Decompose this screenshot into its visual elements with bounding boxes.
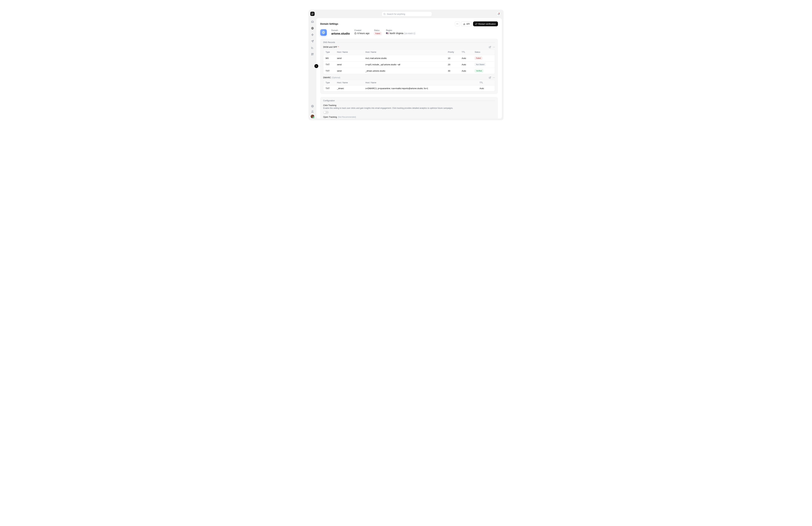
refresh-icon [475,23,477,25]
globe-icon [322,31,325,34]
nav-domains[interactable] [310,26,315,31]
dkim-open-button[interactable] [489,46,491,48]
page-title: Domain Settings [320,23,338,25]
dmarc-table: Type Host / Name Host / Name TTL TXT_dma… [323,80,495,91]
region-value: North Virginia (us-east-1) [386,32,415,34]
dots-icon [456,23,459,25]
table-row: TXTsend_dmarc.artone.studio30AutoVerifie… [323,68,495,74]
status-badge: Not Stated [475,63,486,66]
click-tracking-toggle[interactable] [323,111,329,114]
dns-section-title: DNS Records [323,41,335,44]
external-link-icon [489,46,491,48]
svg-rect-1 [311,53,312,54]
dmarc-more-button[interactable] [493,76,495,79]
app-frame: art one Domain Settings [308,10,504,120]
search-icon [383,13,386,15]
status-badge: Failed [374,32,381,35]
table-header: Type Host / Name Host / Name Priority TT… [323,49,495,55]
workspace-label: art one [311,111,314,113]
main: Domain Settings API Restart verification [316,10,504,120]
page-header: Domain Settings API Restart verification [320,21,498,26]
open-tracking-title: Open Tracking (Not Recommended) [323,116,495,118]
domain-avatar [320,29,327,36]
dns-section: DNS Records DKIM and SPF* Type Host / Na… [320,39,498,94]
content: Domain Settings API Restart verification [316,18,502,118]
region-label: Region [386,29,415,31]
status-badge: Verified [475,69,483,72]
dots-icon [493,76,495,79]
table-row: MXsendmx1.mail.artone.studio10AutoFailed [323,55,495,61]
dkim-table: Type Host / Name Host / Name Priority TT… [323,49,495,74]
dkim-title: DKIM and SPF* [323,46,339,48]
nav-settings[interactable] [310,104,315,109]
svg-point-15 [494,77,494,78]
sidebar: art one [308,10,316,120]
flag-us-icon [386,32,389,34]
app-logo[interactable] [310,12,315,16]
api-button[interactable]: API [461,21,472,26]
clock-icon [354,32,357,34]
config-section: Configuration Click Tracking Enable this… [320,97,498,118]
click-tracking-title: Click Tracking [323,104,495,106]
external-link-icon [489,76,491,79]
svg-point-5 [384,13,385,15]
nav-send[interactable] [310,39,315,44]
nav-bolt[interactable] [310,32,315,37]
dots-icon [493,46,495,48]
nav-analytics[interactable] [310,45,315,50]
table-row: TXT_dmarcv=DMARC1; p=quarantine; rua=mai… [323,86,495,91]
domain-label: Domain [331,29,350,31]
domain-name: artone.studio [331,32,350,35]
restart-verification-button[interactable]: Restart verification [473,21,498,26]
dmarc-title: DMARC (Optional) [323,76,340,79]
status-badge: Failed [475,57,482,60]
created-value: 6 hours ago [354,32,369,34]
sidebar-expand-button[interactable] [315,64,318,68]
table-header: Type Host / Name Host / Name TTL [323,80,495,86]
svg-rect-3 [311,54,312,55]
user-avatar[interactable] [311,115,314,118]
nav-inbox[interactable] [310,19,315,24]
svg-point-4 [312,106,313,106]
svg-point-7 [457,24,458,24]
svg-point-16 [494,77,495,78]
click-tracking-desc: Enable this setting to track user clicks… [323,107,495,109]
table-row: TXTsendv=spf1 include:_spf.artone.studio… [323,61,495,68]
dkim-more-button[interactable] [493,46,495,48]
dmarc-open-button[interactable] [489,76,491,79]
svg-point-14 [493,77,493,78]
search-box[interactable] [382,12,432,16]
domain-info: Domain artone.studio Created 6 hours ago… [320,29,498,36]
topbar [316,10,504,18]
status-label: Status [374,29,381,31]
nav-apps[interactable] [310,52,315,57]
search-input[interactable] [387,13,430,15]
svg-rect-2 [313,53,314,54]
notifications-button[interactable] [497,12,501,16]
svg-point-8 [458,24,458,24]
svg-point-6 [456,24,457,24]
bell-icon [497,13,500,15]
created-label: Created [354,29,369,31]
more-button[interactable] [455,21,460,26]
config-section-title: Configuration [323,100,335,102]
download-icon [463,23,465,25]
